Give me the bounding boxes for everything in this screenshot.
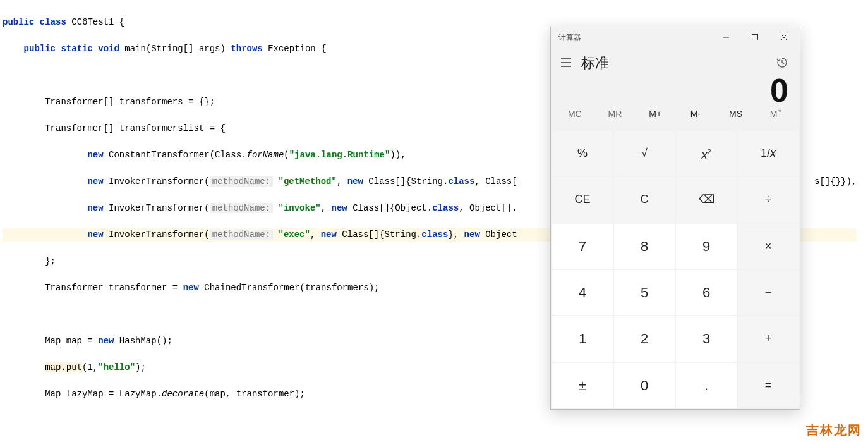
- key-divide[interactable]: ÷: [738, 177, 799, 222]
- key-4[interactable]: 4: [552, 270, 613, 315]
- key-subtract[interactable]: −: [738, 270, 799, 315]
- key-reciprocal[interactable]: 1/x: [738, 131, 799, 176]
- mem-mminus[interactable]: M-: [675, 104, 716, 125]
- watermark: 吉林龙网: [806, 424, 862, 437]
- mem-mdown: M˅: [756, 104, 796, 125]
- key-ce[interactable]: CE: [552, 177, 613, 222]
- key-add[interactable]: +: [738, 316, 799, 361]
- memory-row: MC MR M+ M- MS M˅: [551, 102, 800, 130]
- key-sqrt[interactable]: √: [614, 131, 675, 176]
- key-multiply[interactable]: ×: [738, 224, 799, 269]
- key-negate[interactable]: ±: [552, 363, 613, 408]
- param-hint: methodName:: [210, 176, 273, 187]
- key-backspace[interactable]: ⌫: [676, 177, 737, 222]
- titlebar[interactable]: 计算器: [551, 27, 800, 47]
- minimize-button[interactable]: [711, 27, 740, 47]
- key-decimal[interactable]: .: [676, 363, 737, 408]
- mem-mc: MC: [555, 104, 595, 125]
- key-c[interactable]: C: [614, 177, 675, 222]
- history-icon[interactable]: [769, 50, 795, 75]
- key-6[interactable]: 6: [676, 270, 737, 315]
- mem-mr: MR: [595, 104, 636, 125]
- maximize-button[interactable]: [740, 27, 769, 47]
- key-5[interactable]: 5: [614, 270, 675, 315]
- key-7[interactable]: 7: [552, 224, 613, 269]
- key-square[interactable]: x2: [676, 131, 737, 176]
- key-3[interactable]: 3: [676, 316, 737, 361]
- keyword: public: [3, 17, 34, 27]
- key-8[interactable]: 8: [614, 224, 675, 269]
- mem-mplus[interactable]: M+: [635, 104, 675, 125]
- param-hint: methodName:: [210, 230, 273, 240]
- menu-icon[interactable]: [553, 50, 579, 75]
- mem-ms[interactable]: MS: [716, 104, 756, 125]
- window-title: 计算器: [558, 31, 711, 44]
- svg-rect-1: [752, 35, 758, 40]
- display: 0: [551, 78, 800, 102]
- key-9[interactable]: 9: [676, 224, 737, 269]
- close-button[interactable]: [769, 27, 799, 47]
- key-2[interactable]: 2: [614, 316, 675, 361]
- key-1[interactable]: 1: [552, 316, 613, 361]
- param-hint: methodName:: [210, 203, 273, 213]
- class-name: CC6Test1: [71, 17, 114, 27]
- mode-label: 标准: [581, 56, 769, 70]
- keypad: % √ x2 1/x CE C ⌫ ÷ 7 8 9 × 4 5 6 − 1 2 …: [551, 130, 800, 409]
- key-0[interactable]: 0: [614, 363, 675, 408]
- keyword: class: [40, 17, 66, 27]
- calculator-window: 计算器 标准 0 MC MR M+ M- MS M˅ % √ x2 1/x CE…: [550, 27, 800, 410]
- key-equals[interactable]: =: [738, 363, 799, 408]
- key-percent[interactable]: %: [552, 131, 613, 176]
